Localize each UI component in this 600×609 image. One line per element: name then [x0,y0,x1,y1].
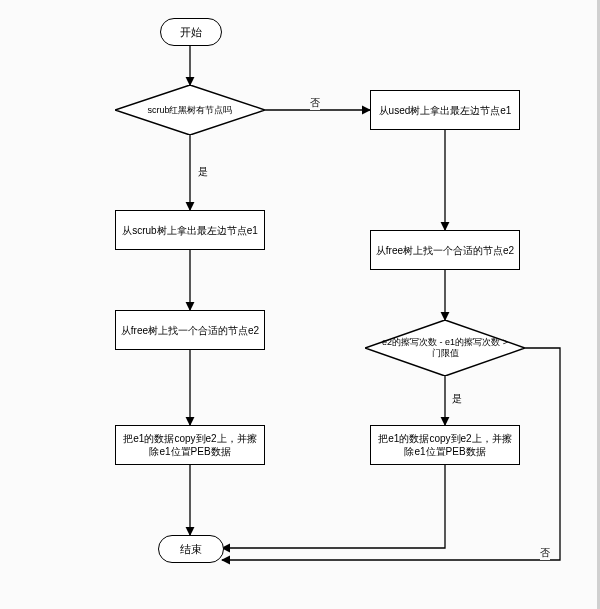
node-copy-erase-left: 把e1的数据copy到e2上，并擦除e1位置PEB数据 [115,425,265,465]
node-start-text: 开始 [180,25,202,40]
node-free-find-e2-left-text: 从free树上找一个合适的节点e2 [121,324,259,337]
node-scrub-left-e1: 从scrub树上拿出最左边节点e1 [115,210,265,250]
node-copy-erase-left-text: 把e1的数据copy到e2上，并擦除e1位置PEB数据 [120,432,260,458]
node-end-text: 结束 [180,542,202,557]
node-decision-scrub: scrub红黑树有节点吗 [115,85,265,135]
node-used-left-e1: 从used树上拿出最左边节点e1 [370,90,520,130]
node-copy-erase-right-text: 把e1的数据copy到e2上，并擦除e1位置PEB数据 [375,432,515,458]
flowchart-canvas: 开始 scrub红黑树有节点吗 是 否 从scrub树上拿出最左边节点e1 从u… [0,0,600,609]
node-end: 结束 [158,535,224,563]
node-free-find-e2-left: 从free树上找一个合适的节点e2 [115,310,265,350]
node-decision-threshold: e2的擦写次数 - e1的擦写次数 > 门限值 [365,320,525,376]
node-scrub-left-e1-text: 从scrub树上拿出最左边节点e1 [122,224,258,237]
node-used-left-e1-text: 从used树上拿出最左边节点e1 [379,104,512,117]
node-free-find-e2-right-text: 从free树上找一个合适的节点e2 [376,244,514,257]
edge-label-yes-2: 是 [452,392,462,406]
node-copy-erase-right: 把e1的数据copy到e2上，并擦除e1位置PEB数据 [370,425,520,465]
node-free-find-e2-right: 从free树上找一个合适的节点e2 [370,230,520,270]
node-decision-threshold-text: e2的擦写次数 - e1的擦写次数 > 门限值 [365,320,525,376]
edge-label-no-2: 否 [540,546,550,560]
node-start: 开始 [160,18,222,46]
node-decision-scrub-text: scrub红黑树有节点吗 [115,85,265,135]
edge-label-yes-1: 是 [198,165,208,179]
edge-label-no-1: 否 [310,96,320,110]
